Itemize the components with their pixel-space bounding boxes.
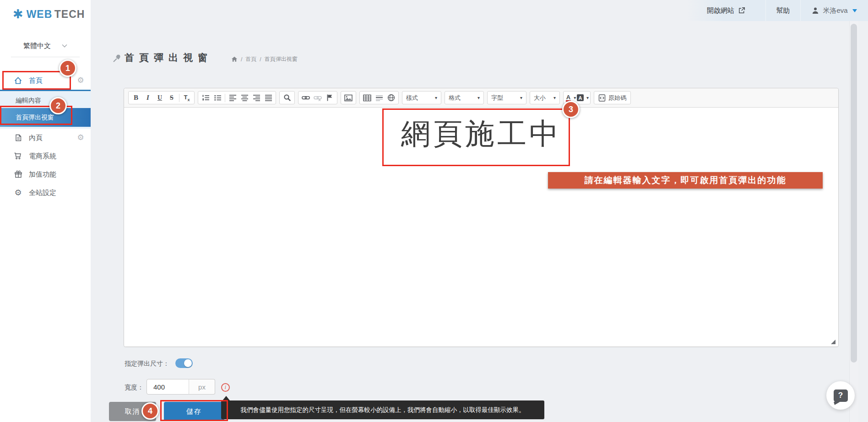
user-icon	[812, 7, 819, 14]
home-icon	[231, 56, 238, 62]
gift-icon	[14, 170, 22, 179]
font-dropdown[interactable]: 字型 ▾	[487, 91, 526, 104]
tooltip-caret	[222, 396, 230, 400]
step-badge-1: 1	[59, 60, 76, 77]
resize-grip-icon[interactable]	[831, 340, 835, 344]
table-button[interactable]	[361, 92, 373, 103]
search-button[interactable]	[281, 92, 293, 103]
topbar: 開啟網站 幫助 米洛eva	[687, 0, 868, 21]
format-dropdown-label: 格式	[449, 94, 461, 102]
width-label: 寬度：	[125, 384, 144, 392]
home-submenu: 編輯內容 首頁彈出視窗	[0, 91, 91, 129]
sidebar-item-label: 首頁	[29, 76, 43, 85]
brand-name-secondary: TECH	[54, 8, 85, 20]
chevron-down-icon	[852, 9, 857, 12]
align-justify-button[interactable]	[262, 92, 274, 103]
sidebar: ✱ WEB TECH 繁體中文 首頁 ⚙ 編輯內容 首頁彈出視窗	[0, 0, 91, 422]
anchor-flag-button[interactable]	[324, 92, 336, 103]
help-menu-button[interactable]: 幫助	[765, 0, 800, 21]
image-button[interactable]	[342, 92, 354, 103]
open-website-label: 開啟網站	[707, 6, 734, 15]
chevron-down-icon	[62, 44, 67, 48]
sidebar-item-ecommerce[interactable]: 電商系統	[0, 147, 91, 165]
open-website-button[interactable]: 開啟網站	[687, 0, 765, 21]
sidebar-item-addons[interactable]: 加值功能	[0, 165, 91, 184]
language-label: 繁體中文	[23, 42, 51, 50]
align-center-button[interactable]	[239, 92, 250, 103]
popup-size-label: 指定彈出尺寸：	[125, 360, 169, 368]
sidebar-item-label: 首頁彈出視窗	[16, 114, 54, 122]
external-link-icon	[738, 7, 745, 14]
question-mark-icon: ?	[834, 390, 848, 402]
sidebar-item-home-popup[interactable]: 首頁彈出視窗	[0, 108, 91, 127]
breadcrumb: / 首頁 / 首頁彈出視窗	[231, 55, 298, 63]
ordered-list-button[interactable]	[200, 92, 212, 103]
breadcrumb-separator: /	[241, 56, 242, 63]
background-color-button[interactable]: A▾	[577, 92, 589, 103]
popup-size-toggle[interactable]	[175, 358, 193, 368]
help-label: 幫助	[776, 6, 790, 15]
sidebar-item-label: 電商系統	[29, 152, 56, 161]
width-input[interactable]	[146, 379, 189, 395]
brand-logo[interactable]: ✱ WEB TECH	[13, 8, 85, 21]
align-right-button[interactable]	[250, 92, 262, 103]
step-badge-4: 4	[141, 402, 159, 420]
width-unit-label: px	[189, 379, 215, 395]
breadcrumb-separator: /	[260, 56, 261, 63]
chevron-down-icon: ▾	[553, 95, 556, 100]
remove-format-button[interactable]: Tx	[181, 92, 193, 103]
user-menu[interactable]: 米洛eva	[800, 0, 868, 21]
bullet-list-button[interactable]	[212, 92, 223, 103]
editor-content-area[interactable]: 網頁施工中	[124, 108, 838, 346]
chevron-down-icon: ▾	[435, 95, 437, 100]
horizontal-rule-button[interactable]	[373, 92, 385, 103]
sidebar-item-edit-content[interactable]: 編輯內容	[0, 93, 91, 108]
step-badge-2: 2	[49, 97, 67, 114]
app-window: ✱ WEB TECH 繁體中文 首頁 ⚙ 編輯內容 首頁彈出視窗	[0, 0, 868, 422]
home-icon	[14, 76, 22, 85]
step-badge-3: 3	[562, 101, 580, 118]
editor-toolbar: B I U S Tx	[124, 88, 838, 108]
styles-dropdown[interactable]: 樣式 ▾	[402, 91, 441, 104]
cart-icon	[14, 152, 22, 161]
font-dropdown-label: 字型	[491, 94, 503, 102]
divider	[179, 94, 179, 102]
brand-name-primary: WEB	[27, 8, 53, 20]
language-selector[interactable]: 繁體中文	[0, 39, 91, 52]
source-code-label: 原始碼	[608, 94, 626, 102]
source-code-icon	[598, 94, 606, 102]
special-char-globe-button[interactable]	[385, 92, 397, 103]
sidebar-item-label: 編輯內容	[16, 97, 41, 105]
sidebar-item-label: 內頁	[29, 134, 43, 142]
sidebar-item-label: 全站設定	[29, 189, 56, 197]
help-bubble-button[interactable]: ?	[826, 381, 855, 410]
size-dropdown[interactable]: 大小 ▾	[530, 91, 560, 104]
sidebar-item-site-settings[interactable]: ⚙ 全站設定	[0, 184, 91, 202]
toggle-knob	[184, 359, 192, 367]
italic-button[interactable]: I	[142, 92, 154, 103]
divider	[11, 57, 80, 57]
unlink-button[interactable]	[312, 92, 324, 103]
align-left-button[interactable]	[227, 92, 239, 103]
bold-button[interactable]: B	[130, 92, 142, 103]
home-settings-gear-icon[interactable]: ⚙	[76, 76, 85, 85]
save-button[interactable]: 儲存	[164, 402, 224, 421]
callout-banner: 請在編輯器輸入文字，即可啟用首頁彈出的功能	[548, 172, 823, 189]
info-icon[interactable]: i	[221, 383, 230, 392]
link-button[interactable]	[300, 92, 312, 103]
strikethrough-button[interactable]: S	[166, 92, 178, 103]
asterisk-logo-icon: ✱	[13, 8, 23, 21]
inner-pages-settings-gear-icon[interactable]: ⚙	[76, 133, 85, 142]
rich-text-editor: B I U S Tx	[124, 88, 839, 347]
gear-icon: ⚙	[14, 189, 22, 197]
pin-icon	[112, 54, 122, 64]
username: 米洛eva	[823, 6, 847, 15]
size-dropdown-label: 大小	[534, 94, 546, 102]
underline-button[interactable]: U	[154, 92, 166, 103]
chevron-down-icon: ▾	[520, 95, 522, 100]
breadcrumb-home[interactable]: 首頁	[245, 55, 256, 63]
format-dropdown[interactable]: 格式 ▾	[445, 91, 484, 104]
chevron-down-icon: ▾	[477, 95, 480, 100]
page-scrollbar-thumb[interactable]	[851, 24, 857, 362]
source-code-button[interactable]: 原始碼	[594, 91, 631, 104]
